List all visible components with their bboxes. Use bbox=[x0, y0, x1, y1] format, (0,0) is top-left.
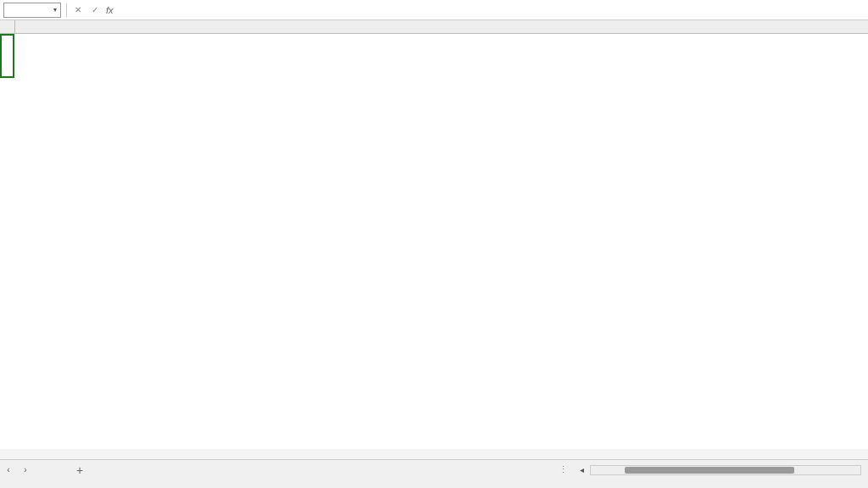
prev-sheet-icon[interactable]: ‹ bbox=[0, 462, 17, 479]
cancel-icon[interactable]: ✕ bbox=[72, 4, 84, 16]
formula-input[interactable] bbox=[119, 3, 865, 18]
sheet-tabs-bar: ‹ › + ⋮ ◂ bbox=[0, 459, 868, 480]
scroll-left-icon[interactable]: ◂ bbox=[573, 462, 590, 479]
horizontal-scrollbar[interactable] bbox=[590, 465, 861, 475]
scrollbar-thumb[interactable] bbox=[625, 467, 794, 474]
name-box[interactable]: ▾ bbox=[3, 3, 61, 18]
next-sheet-icon[interactable]: › bbox=[17, 462, 34, 479]
accept-icon[interactable]: ✓ bbox=[89, 4, 101, 16]
column-headers bbox=[0, 20, 868, 34]
separator bbox=[66, 3, 67, 17]
status-bar bbox=[0, 480, 868, 488]
name-box-dropdown-icon[interactable]: ▾ bbox=[53, 6, 57, 14]
active-cell-outline bbox=[0, 34, 14, 78]
select-all-corner[interactable] bbox=[0, 20, 15, 33]
tab-menu-icon[interactable]: ⋮ bbox=[554, 464, 573, 475]
fx-icon[interactable]: fx bbox=[106, 5, 114, 15]
formula-bar-row: ▾ ✕ ✓ fx bbox=[0, 0, 868, 20]
grid[interactable] bbox=[0, 34, 868, 449]
add-sheet-button[interactable]: + bbox=[68, 460, 92, 480]
